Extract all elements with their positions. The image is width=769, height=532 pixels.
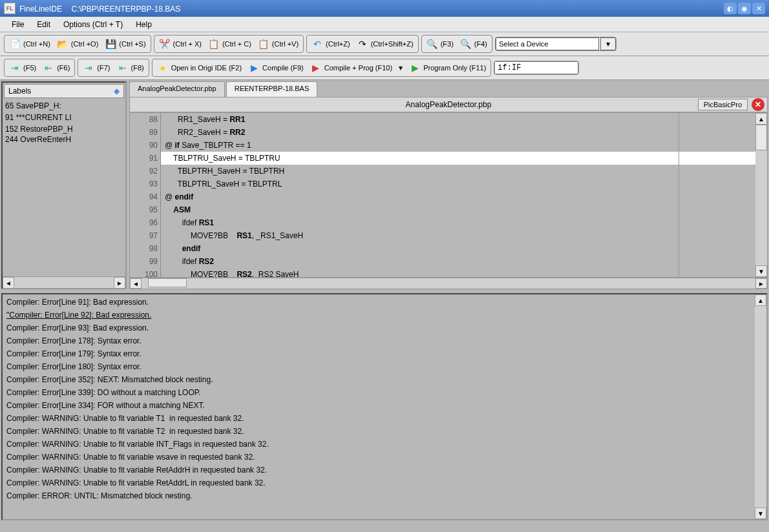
play-blue-icon: ▶ xyxy=(248,62,260,74)
compile-prog-dropdown[interactable]: ▾ xyxy=(396,62,405,74)
toolbar-row-1: 📄(Ctrl +N) 📂(Ctrl +O) 💾(Ctrl +S) ✂️(Ctrl… xyxy=(0,32,769,56)
if-input[interactable] xyxy=(494,61,578,74)
open-orig-ide-button[interactable]: ●Open in Origi IDE (F2) xyxy=(154,61,244,75)
output-line[interactable]: "Compiler: Error[Line 92]: Bad expressio… xyxy=(6,309,751,322)
sidebar-hscroll[interactable]: ◄ ► xyxy=(3,276,125,288)
output-vscroll[interactable]: ▲ ▼ xyxy=(755,294,766,519)
menu-file[interactable]: File xyxy=(5,18,30,31)
output-line[interactable]: Compiler: Error[Line 91]: Bad expression… xyxy=(6,296,751,309)
output-line[interactable]: Compiler: WARNING: Unable to fit variabl… xyxy=(6,476,751,489)
compile-prog-button[interactable]: ▶Compile + Prog (F10) xyxy=(308,61,395,75)
output-panel: Compiler: Error[Line 91]: Bad expression… xyxy=(1,293,768,520)
editor-header: AnalogPeakDetector.pbp PicBasicPro ✕ xyxy=(129,97,768,112)
close-tab-button[interactable]: ✕ xyxy=(752,98,764,111)
outdent-icon: ⇤ xyxy=(43,62,54,74)
editor-area: AnalogPeakDetector.pbp REENTERPBP-18.BAS… xyxy=(129,81,768,289)
code-line[interactable]: RR2_SaveH = RR2 xyxy=(161,126,755,139)
tab-reenterpbp[interactable]: REENTERPBP-18.BAS xyxy=(226,81,318,97)
format-icon: ⇤ xyxy=(117,62,129,74)
scroll-down-icon[interactable]: ▼ xyxy=(755,507,766,519)
scroll-up-icon[interactable]: ▲ xyxy=(755,294,766,306)
code-line[interactable]: TBLPTRU_SaveH = TBLPTRU xyxy=(161,152,755,165)
copy-icon: 📋 xyxy=(208,38,220,50)
code-line[interactable]: ifdef RS2 xyxy=(161,255,755,268)
outdent-f6-button[interactable]: ⇤(F6) xyxy=(40,61,72,75)
format-f7-button[interactable]: ⇥(F7) xyxy=(80,61,112,75)
scroll-thumb[interactable] xyxy=(148,278,187,287)
output-line[interactable]: Compiler: Error[Line 339]: DO without a … xyxy=(6,386,751,399)
title-bar: FL FineLineIDE C:\PBP\REENTERPBP-18.BAS … xyxy=(0,0,769,17)
code-editor[interactable]: RR1_SaveH = RR1 RR2_SaveH = RR2@ if Save… xyxy=(161,113,755,277)
scroll-right-icon[interactable]: ► xyxy=(755,278,767,289)
find-button[interactable]: 🔍(F3) xyxy=(424,37,456,51)
labels-dropdown[interactable]: Labels ◆ xyxy=(4,84,124,98)
scroll-up-icon[interactable]: ▲ xyxy=(755,113,767,125)
code-line[interactable]: ASM xyxy=(161,203,755,216)
editor-hscroll[interactable]: ◄ ► xyxy=(129,278,768,289)
output-line[interactable]: Compiler: WARNING: Unable to fit variabl… xyxy=(6,464,751,476)
new-file-button[interactable]: 📄(Ctrl +N) xyxy=(6,37,53,51)
scroll-left-icon[interactable]: ◄ xyxy=(3,277,14,289)
open-file-button[interactable]: 📂(Ctrl +O) xyxy=(54,37,101,51)
label-list[interactable]: 65 SavePBP_H:91 ***CURRENT LI152 Restore… xyxy=(3,99,125,276)
maximize-button[interactable]: ◉ xyxy=(738,3,751,14)
output-line[interactable]: Compiler: ERROR: UNTIL: Mismatched block… xyxy=(6,489,751,502)
code-line[interactable]: @ endif xyxy=(161,190,755,203)
indent-f5-button[interactable]: ⇥(F5) xyxy=(6,61,39,75)
output-line[interactable]: Compiler: WARNING: Unable to fit variabl… xyxy=(6,412,751,425)
undo-icon: ↶ xyxy=(311,38,323,50)
find-next-button[interactable]: 🔍(F4) xyxy=(458,37,490,51)
code-line[interactable]: ifdef RS1 xyxy=(161,216,755,229)
format-f8-button[interactable]: ⇤(F8) xyxy=(114,61,147,75)
label-item[interactable]: 91 ***CURRENT LI xyxy=(5,112,123,123)
output-line[interactable]: Compiler: Error[Line 93]: Bad expression… xyxy=(6,322,751,334)
compiler-output[interactable]: Compiler: Error[Line 91]: Bad expression… xyxy=(3,294,755,519)
play-green-icon: ▶ xyxy=(409,62,421,74)
close-window-button[interactable]: ✕ xyxy=(752,3,765,14)
code-line[interactable]: MOVE?BB RS2, RS2 SaveH xyxy=(161,268,755,277)
save-file-button[interactable]: 💾(Ctrl +S) xyxy=(102,37,148,51)
code-line[interactable]: RR1_SaveH = RR1 xyxy=(161,113,755,126)
code-line[interactable]: @ if Save_TBLPTR == 1 xyxy=(161,139,755,152)
tab-analogpeak[interactable]: AnalogPeakDetector.pbp xyxy=(129,81,225,97)
new-file-icon: 📄 xyxy=(9,38,21,50)
output-line[interactable]: Compiler: Error[Line 179]: Syntax error. xyxy=(6,347,751,360)
program-only-button[interactable]: ▶Program Only (F11) xyxy=(406,61,489,75)
scroll-right-icon[interactable]: ► xyxy=(114,277,125,289)
circle-yellow-icon: ● xyxy=(157,62,169,74)
device-select[interactable] xyxy=(496,37,599,50)
compile-button[interactable]: ▶Compile (F9) xyxy=(246,61,306,75)
menu-edit[interactable]: Edit xyxy=(30,18,57,31)
menu-options[interactable]: Options (Ctrl + T) xyxy=(57,18,129,31)
redo-button[interactable]: ↷(Ctrl+Shift+Z) xyxy=(354,37,416,51)
search-icon: 🔍 xyxy=(427,38,438,50)
minimize-button[interactable]: ◐ xyxy=(724,3,737,14)
label-item[interactable]: 152 RestorePBP_H xyxy=(5,124,123,134)
editor-vscroll[interactable]: ▲ ▼ xyxy=(755,113,767,277)
toolbar-row-2: ⇥(F5) ⇤(F6) ⇥(F7) ⇤(F8) ●Open in Origi I… xyxy=(0,56,769,80)
code-line[interactable]: TBLPTRH_SaveH = TBLPTRH xyxy=(161,165,755,178)
cut-button[interactable]: ✂️(Ctrl + X) xyxy=(156,37,204,51)
label-item[interactable]: 244 OverReEnterH xyxy=(5,134,123,145)
output-line[interactable]: Compiler: WARNING: Unable to fit variabl… xyxy=(6,425,751,438)
copy-button[interactable]: 📋(Ctrl + C) xyxy=(205,37,254,51)
scroll-left-icon[interactable]: ◄ xyxy=(130,278,142,289)
code-line[interactable]: MOVE?BB RS1, _RS1_SaveH xyxy=(161,229,755,242)
output-line[interactable]: Compiler: Error[Line 352]: NEXT: Mismatc… xyxy=(6,373,751,386)
output-line[interactable]: Compiler: Error[Line 334]: FOR without a… xyxy=(6,399,751,412)
scroll-down-icon[interactable]: ▼ xyxy=(755,265,767,277)
label-item[interactable]: 65 SavePBP_H: xyxy=(5,101,123,111)
code-line[interactable]: TBLPTRL_SaveH = TBLPTRL xyxy=(161,178,755,190)
code-line[interactable]: endif xyxy=(161,242,755,255)
scroll-thumb[interactable] xyxy=(755,125,767,150)
output-line[interactable]: Compiler: Error[Line 180]: Syntax error. xyxy=(6,360,751,373)
paste-button[interactable]: 📋(Ctrl +V) xyxy=(255,37,301,51)
menu-help[interactable]: Help xyxy=(129,18,158,31)
output-line[interactable]: Compiler: Error[Line 178]: Syntax error. xyxy=(6,334,751,347)
sidebar: Labels ◆ 65 SavePBP_H:91 ***CURRENT LI15… xyxy=(1,81,127,289)
output-line[interactable]: Compiler: WARNING: Unable to fit variabl… xyxy=(6,451,751,464)
window-title: FineLineIDE C:\PBP\REENTERPBP-18.BAS xyxy=(19,4,724,14)
undo-button[interactable]: ↶(Ctrl+Z) xyxy=(309,37,353,51)
device-dropdown-button[interactable]: ▾ xyxy=(600,37,616,50)
output-line[interactable]: Compiler: WARNING: Unable to fit variabl… xyxy=(6,438,751,451)
